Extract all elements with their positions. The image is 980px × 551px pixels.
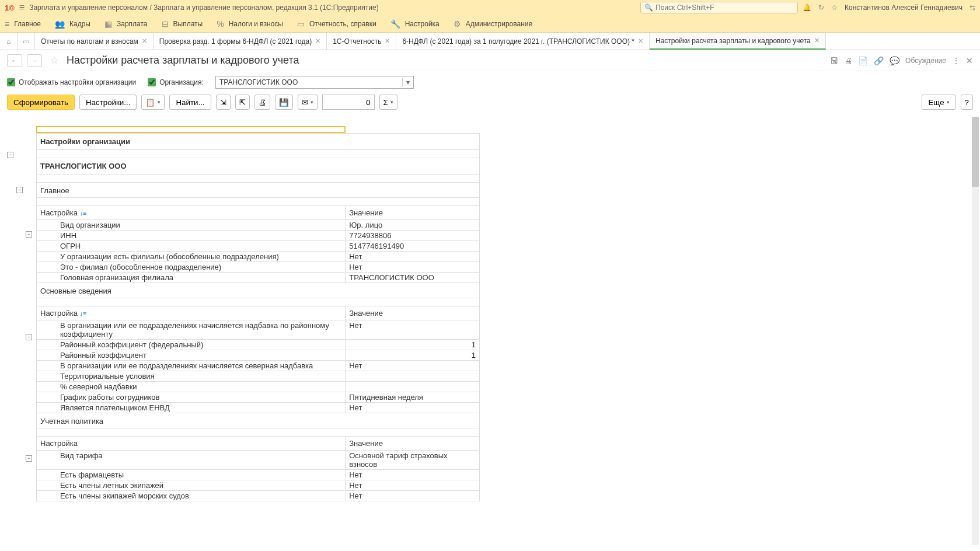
help-button[interactable]: ?: [961, 95, 973, 110]
search-input[interactable]: [655, 4, 794, 12]
star-icon[interactable]: ☆: [831, 4, 838, 12]
print-icon[interactable]: 🖨: [844, 56, 852, 65]
menu-icon: %: [217, 19, 224, 29]
tabbar: ⌂ ▭ Отчеты по налогам и взносам✕Проверка…: [0, 33, 980, 50]
show-org-settings-label: Отображать настройки организации: [19, 78, 136, 86]
expand-all-button[interactable]: ⇲: [216, 95, 231, 110]
close-icon[interactable]: ✕: [315, 37, 320, 45]
mainmenu-item[interactable]: 👥Кадры: [55, 19, 90, 29]
user-name[interactable]: Константинов Алексей Геннадиевич: [845, 4, 962, 12]
menu-icon: ≡: [5, 19, 9, 29]
mainmenu-item[interactable]: ⚙Администрирование: [454, 19, 532, 29]
toolbar: Сформировать Настройки... 📋▾ Найти... ⇲ …: [0, 93, 980, 114]
mainmenu-item[interactable]: %Налоги и взносы: [217, 19, 283, 29]
menu-label: Зарплата: [117, 20, 148, 28]
mainmenu-item[interactable]: ≡Главное: [5, 19, 41, 29]
sigma-button[interactable]: Σ▾: [379, 95, 397, 110]
tab-label: 6-НДФЛ (с 2021 года) за 1 полугодие 2021…: [402, 37, 634, 46]
hamburger-icon[interactable]: ≡: [19, 2, 25, 13]
menu-label: Администрирование: [466, 20, 532, 28]
tab-label: Проверка разд. 1 формы 6-НДФЛ (с 2021 го…: [159, 37, 312, 46]
history-icon[interactable]: ↻: [818, 4, 824, 12]
tab[interactable]: Проверка разд. 1 формы 6-НДФЛ (с 2021 го…: [154, 33, 327, 50]
email-button[interactable]: ✉▾: [298, 95, 318, 110]
panel-icon[interactable]: ▭: [18, 33, 35, 50]
tab[interactable]: Отчеты по налогам и взносам✕: [35, 33, 154, 50]
menu-icon: 🔧: [390, 19, 400, 29]
menu-icon: ⚙: [454, 19, 461, 29]
level-input[interactable]: [322, 95, 375, 110]
menu-icon[interactable]: ⇆: [969, 4, 975, 12]
org-select-value: ТРАНСЛОГИСТИК ООО: [219, 78, 298, 86]
close-icon[interactable]: ✕: [638, 37, 643, 45]
variants-button[interactable]: 📋▾: [141, 95, 165, 110]
close-icon[interactable]: ✕: [385, 37, 390, 45]
bell-icon[interactable]: 🔔: [803, 4, 811, 12]
export-icon[interactable]: 📄: [858, 56, 868, 65]
mainmenu-item[interactable]: ▦Зарплата: [104, 19, 148, 29]
menu-icon: ⊟: [162, 19, 169, 29]
menu-label: Выплаты: [173, 20, 203, 28]
close-page-icon[interactable]: ✕: [966, 56, 973, 65]
form-button[interactable]: Сформировать: [7, 95, 75, 110]
org-checkbox-input[interactable]: [148, 78, 156, 86]
menu-label: Налоги и взносы: [229, 20, 283, 28]
tab[interactable]: 1С-Отчетность✕: [327, 33, 396, 50]
tab[interactable]: 6-НДФЛ (с 2021 года) за 1 полугодие 2021…: [396, 33, 650, 50]
save-button[interactable]: 💾: [275, 95, 293, 110]
org-select[interactable]: ТРАНСЛОГИСТИК ООО ▾: [215, 76, 414, 89]
link-icon[interactable]: 🔗: [874, 56, 884, 65]
settings-button[interactable]: Настройки...: [79, 95, 137, 110]
page-header: ← → ☆ Настройки расчета зарплаты и кадро…: [0, 50, 980, 71]
find-button[interactable]: Найти...: [169, 95, 211, 110]
forward-button[interactable]: →: [27, 54, 42, 67]
print-button[interactable]: 🖨: [254, 95, 270, 110]
tab[interactable]: Настройки расчета зарплаты и кадрового у…: [650, 33, 826, 50]
home-tab[interactable]: ⌂: [0, 33, 18, 50]
app-title: Зарплата и управление персоналом / Зарпл…: [29, 4, 379, 12]
menu-icon: ▦: [104, 19, 112, 29]
global-search[interactable]: 🔍: [640, 2, 798, 13]
search-icon: 🔍: [644, 4, 653, 12]
menu-label: Отчетность, справки: [309, 20, 376, 28]
menu-label: Кадры: [69, 20, 90, 28]
menu-icon: ▭: [297, 19, 305, 29]
tab-label: Отчеты по налогам и взносам: [41, 37, 138, 46]
more-button[interactable]: Еще ▾: [922, 95, 955, 110]
more-menu-icon[interactable]: ⋮: [952, 56, 960, 65]
chevron-down-icon[interactable]: ▾: [402, 78, 410, 86]
tab-label: 1С-Отчетность: [333, 37, 381, 46]
org-label: Организация:: [159, 78, 204, 86]
show-org-settings-checkbox[interactable]: Отображать настройки организации: [7, 78, 136, 86]
menu-icon: 👥: [55, 19, 65, 29]
tab-label: Настройки расчета зарплаты и кадрового у…: [655, 37, 811, 45]
mainmenu: ≡Главное👥Кадры▦Зарплата⊟Выплаты%Налоги и…: [0, 15, 980, 33]
menu-label: Настройка: [405, 20, 440, 28]
favorite-icon[interactable]: ☆: [50, 55, 58, 66]
back-button[interactable]: ←: [7, 54, 22, 67]
logo-1c: 1©: [5, 4, 15, 12]
chat-icon[interactable]: 💬: [890, 56, 899, 65]
close-icon[interactable]: ✕: [142, 37, 147, 45]
org-checkbox[interactable]: Организация:: [148, 78, 204, 86]
mainmenu-item[interactable]: ⊟Выплаты: [162, 19, 203, 29]
save-icon[interactable]: 🖫: [830, 56, 838, 65]
show-org-settings-input[interactable]: [7, 78, 15, 86]
filter-row: Отображать настройки организации Организ…: [0, 71, 980, 93]
close-icon[interactable]: ✕: [814, 37, 819, 44]
page-title: Настройки расчета зарплаты и кадрового у…: [67, 54, 299, 67]
mainmenu-item[interactable]: 🔧Настройка: [390, 19, 440, 29]
collapse-all-button[interactable]: ⇱: [235, 95, 250, 110]
discuss-label[interactable]: Обсуждение: [905, 57, 946, 65]
mainmenu-item[interactable]: ▭Отчетность, справки: [297, 19, 376, 29]
menu-label: Главное: [14, 20, 41, 28]
titlebar: 1© ≡ Зарплата и управление персоналом / …: [0, 0, 980, 15]
